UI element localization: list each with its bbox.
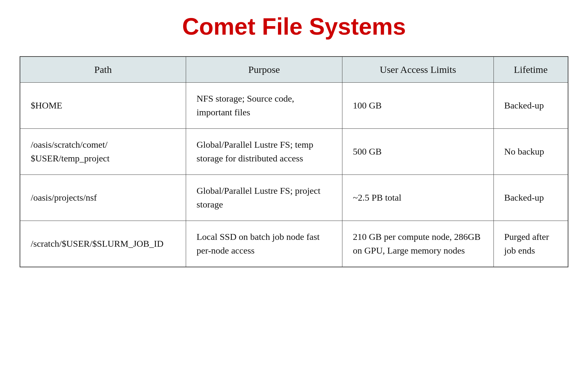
cell-lifetime-0: Backed-up xyxy=(493,83,568,129)
header-purpose: Purpose xyxy=(186,57,342,83)
cell-access-2: ~2.5 PB total xyxy=(342,175,494,221)
file-systems-table-container: Path Purpose User Access Limits Lifetime… xyxy=(20,56,568,267)
cell-purpose-2: Global/Parallel Lustre FS; project stora… xyxy=(186,175,342,221)
cell-lifetime-2: Backed-up xyxy=(493,175,568,221)
table-header-row: Path Purpose User Access Limits Lifetime xyxy=(20,57,568,83)
table-row: $HOMENFS storage; Source code, important… xyxy=(20,83,568,129)
table-row: /oasis/projects/nsfGlobal/Parallel Lustr… xyxy=(20,175,568,221)
cell-path-0: $HOME xyxy=(20,83,186,129)
cell-lifetime-3: Purged after job ends xyxy=(493,221,568,267)
table-row: /oasis/scratch/comet/ $USER/temp_project… xyxy=(20,129,568,175)
cell-path-3: /scratch/$USER/$SLURM_JOB_ID xyxy=(20,221,186,267)
cell-purpose-3: Local SSD on batch job node fast per-nod… xyxy=(186,221,342,267)
cell-access-0: 100 GB xyxy=(342,83,494,129)
header-path: Path xyxy=(20,57,186,83)
cell-path-2: /oasis/projects/nsf xyxy=(20,175,186,221)
cell-purpose-0: NFS storage; Source code, important file… xyxy=(186,83,342,129)
page-title: Comet File Systems xyxy=(182,13,406,40)
cell-purpose-1: Global/Parallel Lustre FS; temp storage … xyxy=(186,129,342,175)
file-systems-table: Path Purpose User Access Limits Lifetime… xyxy=(20,56,568,267)
header-user-access: User Access Limits xyxy=(342,57,494,83)
table-row: /scratch/$USER/$SLURM_JOB_IDLocal SSD on… xyxy=(20,221,568,267)
cell-access-1: 500 GB xyxy=(342,129,494,175)
cell-path-1: /oasis/scratch/comet/ $USER/temp_project xyxy=(20,129,186,175)
header-lifetime: Lifetime xyxy=(493,57,568,83)
cell-access-3: 210 GB per compute node, 286GB on GPU, L… xyxy=(342,221,494,267)
cell-lifetime-1: No backup xyxy=(493,129,568,175)
